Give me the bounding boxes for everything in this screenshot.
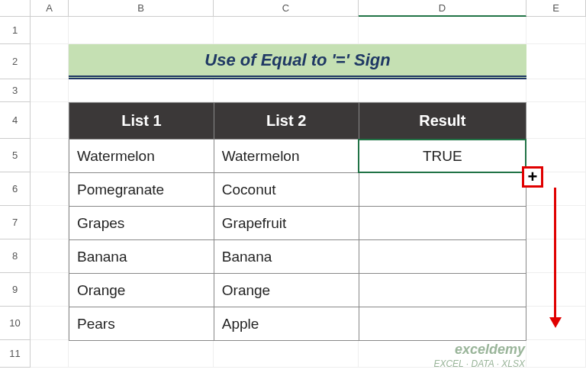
page-title: Use of Equal to '=' Sign <box>69 44 526 79</box>
cell-B6[interactable]: Pomegranate <box>69 173 214 207</box>
cell-B9[interactable]: Orange <box>69 274 214 307</box>
cell-C8[interactable]: Banana <box>214 240 359 274</box>
table-row: Watermelon Watermelon TRUE <box>69 140 526 173</box>
table-header-row: List 1 List 2 Result <box>69 103 526 140</box>
cell-C7[interactable]: Grapefruit <box>214 207 359 240</box>
watermark-brand: exceldemy <box>433 342 525 358</box>
row-header-5[interactable]: 5 <box>0 139 31 172</box>
cell-B5[interactable]: Watermelon <box>69 140 214 173</box>
cell-D5[interactable]: TRUE <box>359 140 526 173</box>
fill-cursor-icon: + <box>522 166 543 188</box>
row-header-1[interactable]: 1 <box>0 17 31 44</box>
row-header-4[interactable]: 4 <box>0 102 31 139</box>
cell-B10[interactable]: Pears <box>69 307 214 341</box>
cell-D8[interactable] <box>359 240 526 274</box>
header-list2: List 2 <box>214 103 359 140</box>
watermark-tagline: EXCEL · DATA · XLSX <box>433 358 525 369</box>
drag-arrow-icon <box>549 188 562 328</box>
cell-C10[interactable]: Apple <box>214 307 359 341</box>
col-header-C[interactable]: C <box>214 0 359 17</box>
row-header-11[interactable]: 11 <box>0 340 31 368</box>
row-header-2[interactable]: 2 <box>0 44 31 79</box>
cell-C6[interactable]: Coconut <box>214 173 359 207</box>
table-row: Grapes Grapefruit <box>69 207 526 240</box>
row-header-6[interactable]: 6 <box>0 172 31 206</box>
select-all-corner[interactable] <box>0 0 31 17</box>
col-header-A[interactable]: A <box>31 0 69 17</box>
data-table: List 1 List 2 Result Watermelon Watermel… <box>69 102 526 341</box>
table-row: Pomegranate Coconut <box>69 173 526 207</box>
cell-B7[interactable]: Grapes <box>69 207 214 240</box>
cell-D10[interactable] <box>359 307 526 341</box>
row-header-7[interactable]: 7 <box>0 206 31 239</box>
table-row: Banana Banana <box>69 240 526 274</box>
column-header-row: A B C D E <box>0 0 586 17</box>
col-header-B[interactable]: B <box>69 0 214 17</box>
cell-D7[interactable] <box>359 207 526 240</box>
cell-C5[interactable]: Watermelon <box>214 140 359 173</box>
col-header-E[interactable]: E <box>526 0 586 17</box>
row-header-3[interactable]: 3 <box>0 79 31 102</box>
cell-C9[interactable]: Orange <box>214 274 359 307</box>
cell-D9[interactable] <box>359 274 526 307</box>
row-header-9[interactable]: 9 <box>0 273 31 307</box>
header-result: Result <box>359 103 526 140</box>
row-header-10[interactable]: 10 <box>0 307 31 340</box>
row-header-8[interactable]: 8 <box>0 239 31 273</box>
cell-D6[interactable] <box>359 173 526 207</box>
header-list1: List 1 <box>69 103 214 140</box>
watermark: exceldemy EXCEL · DATA · XLSX <box>433 342 525 369</box>
table-row: Orange Orange <box>69 274 526 307</box>
cell-B8[interactable]: Banana <box>69 240 214 274</box>
table-row: Pears Apple <box>69 307 526 341</box>
col-header-D[interactable]: D <box>359 0 526 17</box>
